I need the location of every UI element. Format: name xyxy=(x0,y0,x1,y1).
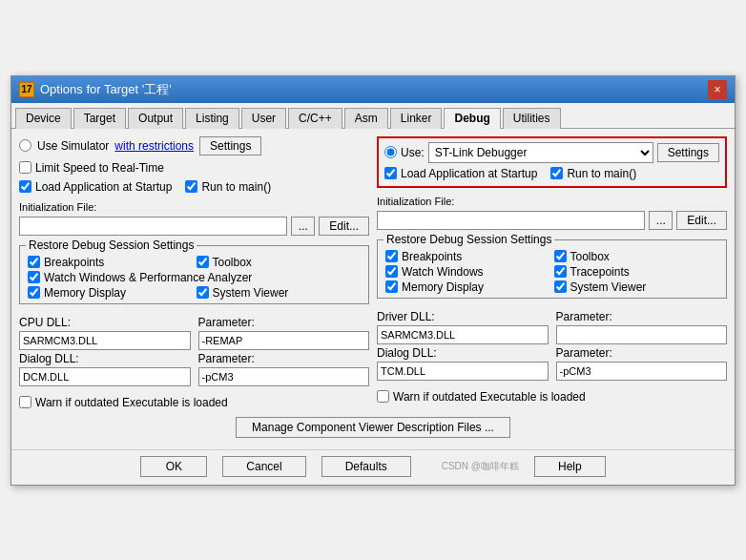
main-content: Use Simulator with restrictions Settings… xyxy=(11,129,735,449)
right-init-ellipsis-button[interactable]: ... xyxy=(649,211,673,230)
right-dialog-dll-input[interactable] xyxy=(377,362,549,381)
left-toolbox-checkbox[interactable] xyxy=(197,256,209,268)
use-label[interactable]: Use: xyxy=(401,146,425,159)
left-init-file-label: Initialization File: xyxy=(19,201,369,213)
right-dll-grid: Driver DLL: Parameter: Dialog DLL: Param… xyxy=(377,310,727,381)
close-button[interactable]: × xyxy=(708,80,727,99)
left-init-file-row: ... Edit... xyxy=(19,217,369,236)
left-warn-label[interactable]: Warn if outdated Executable is loaded xyxy=(35,396,228,409)
left-watch-windows-label[interactable]: Watch Windows & Performance Analyzer xyxy=(28,271,361,284)
left-restore-group: Restore Debug Session Settings Breakpoin… xyxy=(19,245,369,304)
right-warn-row: Warn if outdated Executable is loaded xyxy=(377,390,727,404)
right-dialog-dll-param-input[interactable] xyxy=(556,362,728,381)
left-column: Use Simulator with restrictions Settings… xyxy=(19,136,369,411)
right-run-to-main-checkbox[interactable] xyxy=(550,167,563,179)
cpu-dll-param-input[interactable] xyxy=(198,331,370,350)
manage-component-button[interactable]: Manage Component Viewer Description File… xyxy=(236,417,510,438)
tab-utilities[interactable]: Utilities xyxy=(503,108,561,129)
use-hw-radio[interactable] xyxy=(384,146,397,158)
tab-linker[interactable]: Linker xyxy=(390,108,443,129)
cancel-button[interactable]: Cancel xyxy=(222,456,305,477)
right-use-row: Use: ST-Link Debugger Settings xyxy=(384,142,719,163)
driver-dll-input[interactable] xyxy=(377,325,549,344)
left-load-app-label[interactable]: Load Application at Startup xyxy=(35,180,172,194)
driver-dll-param-label: Parameter: xyxy=(556,310,728,323)
limit-speed-checkbox[interactable] xyxy=(19,161,31,174)
right-watch-windows-label[interactable]: Watch Windows xyxy=(385,265,550,279)
right-settings-button[interactable]: Settings xyxy=(657,143,719,162)
driver-dll-param-input[interactable] xyxy=(556,325,728,344)
left-init-ellipsis-button[interactable]: ... xyxy=(291,217,315,236)
left-watch-windows-checkbox[interactable] xyxy=(28,271,40,283)
tab-asm[interactable]: Asm xyxy=(344,108,388,129)
right-run-to-main-label[interactable]: Run to main() xyxy=(567,167,636,180)
left-warn-checkbox[interactable] xyxy=(19,396,31,408)
right-column: Use: ST-Link Debugger Settings Load Appl… xyxy=(377,136,727,411)
left-breakpoints-checkbox[interactable] xyxy=(28,256,40,268)
simulator-radio[interactable] xyxy=(19,139,31,152)
right-restore-group-title: Restore Debug Session Settings xyxy=(383,233,554,246)
limit-speed-label[interactable]: Limit Speed to Real-Time xyxy=(35,161,164,175)
tab-cpp[interactable]: C/C++ xyxy=(288,108,342,129)
right-system-viewer-checkbox[interactable] xyxy=(554,280,567,293)
title-bar-left: 17 Options for Target '工程' xyxy=(19,81,172,98)
right-breakpoints-checkbox[interactable] xyxy=(385,250,398,262)
left-edit-button[interactable]: Edit... xyxy=(319,217,369,236)
ok-button[interactable]: OK xyxy=(140,456,207,477)
debugger-select[interactable]: ST-Link Debugger xyxy=(428,142,653,163)
right-load-run-row: Load Application at Startup Run to main(… xyxy=(384,167,719,180)
right-watch-windows-checkbox[interactable] xyxy=(385,265,398,278)
title-bar: 17 Options for Target '工程' × xyxy=(11,76,735,103)
simulator-label[interactable]: Use Simulator xyxy=(37,139,109,153)
left-system-viewer-label[interactable]: System Viewer xyxy=(197,286,362,300)
tab-device[interactable]: Device xyxy=(15,108,72,129)
left-dialog-dll-input[interactable] xyxy=(19,367,191,386)
tab-target[interactable]: Target xyxy=(73,108,126,129)
cpu-dll-input[interactable] xyxy=(19,331,191,350)
right-load-app-label[interactable]: Load Application at Startup xyxy=(401,167,537,180)
right-edit-button[interactable]: Edit... xyxy=(676,211,727,230)
tab-output[interactable]: Output xyxy=(128,108,183,129)
tab-user[interactable]: User xyxy=(241,108,286,129)
right-toolbox-checkbox[interactable] xyxy=(554,250,567,262)
right-tracepoints-checkbox[interactable] xyxy=(554,265,567,278)
right-load-app-checkbox[interactable] xyxy=(384,167,397,179)
left-load-app-checkbox[interactable] xyxy=(19,180,31,193)
left-dialog-dll-param-input[interactable] xyxy=(198,367,370,386)
right-warn-checkbox[interactable] xyxy=(377,390,389,403)
cpu-dll-label: CPU DLL: xyxy=(19,316,191,329)
defaults-button[interactable]: Defaults xyxy=(321,456,411,477)
right-breakpoints-label[interactable]: Breakpoints xyxy=(385,250,550,263)
left-breakpoints-label[interactable]: Breakpoints xyxy=(28,256,193,269)
left-run-to-main-label[interactable]: Run to main() xyxy=(201,180,271,194)
right-memory-display-label[interactable]: Memory Display xyxy=(385,280,550,294)
help-button[interactable]: Help xyxy=(534,456,606,477)
right-use-section: Use: ST-Link Debugger Settings Load Appl… xyxy=(377,136,727,188)
left-run-to-main-checkbox[interactable] xyxy=(185,180,197,193)
left-dialog-dll-label: Dialog DLL: xyxy=(19,352,191,365)
left-settings-button[interactable]: Settings xyxy=(199,136,261,156)
left-toolbox-label[interactable]: Toolbox xyxy=(197,256,362,269)
right-init-file-input[interactable] xyxy=(377,211,645,230)
app-icon: 17 xyxy=(19,82,34,97)
dialog-buttons: OK Cancel Defaults CSDN @咖啡年糕 Help xyxy=(11,449,735,485)
dialog-title: Options for Target '工程' xyxy=(40,81,172,98)
right-toolbox-label[interactable]: Toolbox xyxy=(554,250,719,263)
tab-debug[interactable]: Debug xyxy=(444,108,500,129)
left-memory-display-label[interactable]: Memory Display xyxy=(28,286,193,300)
right-dialog-dll-param-label: Parameter: xyxy=(556,346,728,360)
restrictions-link[interactable]: with restrictions xyxy=(114,139,194,153)
left-init-file-input[interactable] xyxy=(19,217,287,236)
tab-listing[interactable]: Listing xyxy=(185,108,239,129)
right-memory-display-checkbox[interactable] xyxy=(385,280,398,293)
simulator-row: Use Simulator with restrictions Settings xyxy=(19,136,369,156)
left-system-viewer-checkbox[interactable] xyxy=(197,286,209,299)
limit-speed-row: Limit Speed to Real-Time xyxy=(19,161,369,175)
driver-dll-label: Driver DLL: xyxy=(377,310,549,323)
right-system-viewer-label[interactable]: System Viewer xyxy=(554,280,719,294)
right-init-file-row: ... Edit... xyxy=(377,211,727,230)
right-tracepoints-label[interactable]: Tracepoints xyxy=(554,265,719,279)
right-warn-label[interactable]: Warn if outdated Executable is loaded xyxy=(393,390,586,404)
left-load-run-row: Load Application at Startup Run to main(… xyxy=(19,180,369,194)
left-memory-display-checkbox[interactable] xyxy=(28,286,40,299)
